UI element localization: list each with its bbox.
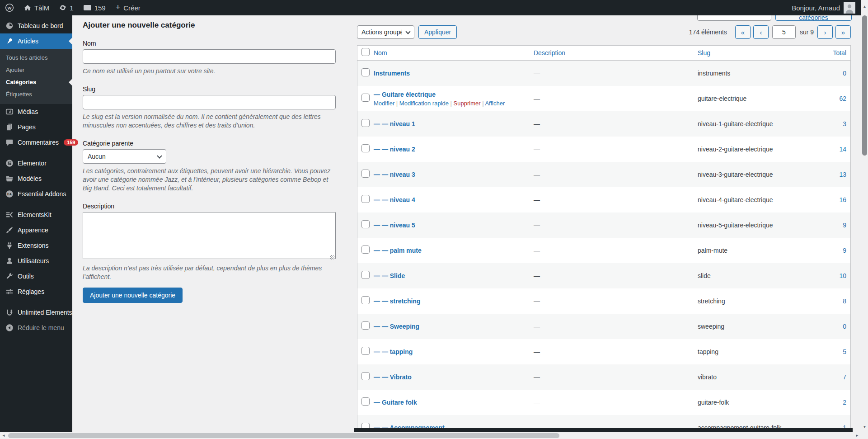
sidebar-item-apparence[interactable]: Apparence <box>0 222 72 238</box>
site-menu[interactable]: TàlM <box>19 0 54 15</box>
category-total-link[interactable]: 16 <box>811 196 850 203</box>
sidebar-item-pages[interactable]: Pages <box>0 119 72 135</box>
sidebar-item-mod-les[interactable]: Modèles <box>0 171 72 186</box>
sidebar-item-extensions[interactable]: Extensions <box>0 238 72 253</box>
row-checkbox[interactable] <box>361 296 370 304</box>
submenu-item-ajouter[interactable]: Ajouter <box>0 64 72 76</box>
row-checkbox[interactable] <box>361 321 370 330</box>
category-name-link[interactable]: — — Slide <box>374 272 534 279</box>
column-header-description[interactable]: Description <box>534 49 698 57</box>
vertical-scrollbar[interactable]: ▲ ▼ <box>861 0 868 439</box>
updates-menu[interactable]: 1 <box>54 0 78 15</box>
submenu-item--tiquettes[interactable]: Étiquettes <box>0 88 72 100</box>
parent-category-select[interactable]: Aucun <box>83 149 166 164</box>
category-total-link[interactable]: 13 <box>811 171 850 178</box>
submenu-item-cat-gories[interactable]: Catégories <box>0 76 72 88</box>
column-header-slug[interactable]: Slug <box>698 49 811 57</box>
new-content-menu[interactable]: + Créer <box>111 0 145 15</box>
sidebar-item-m-dias[interactable]: Médias <box>0 104 72 119</box>
name-input[interactable] <box>83 49 336 64</box>
scroll-right-icon[interactable]: ► <box>855 434 859 438</box>
sidebar-item-outils[interactable]: Outils <box>0 269 72 284</box>
scroll-down-icon[interactable]: ▼ <box>861 425 868 429</box>
current-page-input[interactable] <box>772 25 796 39</box>
category-total-link[interactable]: 14 <box>811 146 850 153</box>
category-name-link[interactable]: — — Sweeping <box>374 323 534 330</box>
category-name-link[interactable]: — — niveau 2 <box>374 146 534 153</box>
category-total-link[interactable]: 8 <box>811 297 850 305</box>
sidebar-item-elementskit[interactable]: ElementsKit <box>0 207 72 222</box>
row-checkbox[interactable] <box>361 144 370 152</box>
slug-input[interactable] <box>83 95 336 109</box>
row-action-afficher[interactable]: Afficher <box>485 100 505 107</box>
row-checkbox[interactable] <box>361 347 370 355</box>
row-checkbox[interactable] <box>361 245 370 254</box>
category-total-link[interactable]: 9 <box>811 222 850 229</box>
category-total-link[interactable]: 62 <box>811 95 850 102</box>
scroll-up-icon[interactable]: ▲ <box>861 5 868 9</box>
category-name-link[interactable]: — — niveau 5 <box>374 222 534 229</box>
row-checkbox[interactable] <box>361 119 370 127</box>
sidebar-item-elementor[interactable]: Elementor <box>0 156 72 171</box>
last-page-button[interactable]: » <box>835 25 851 39</box>
row-checkbox[interactable] <box>361 170 370 178</box>
row-checkbox[interactable] <box>361 372 370 380</box>
category-name-link[interactable]: — — Vibrato <box>374 373 534 381</box>
column-header-name[interactable]: Nom <box>374 49 534 57</box>
column-header-total[interactable]: Total <box>811 49 850 57</box>
row-checkbox[interactable] <box>361 68 370 76</box>
bulk-actions-select[interactable]: Actions groupées <box>357 25 414 39</box>
category-total-link[interactable]: 9 <box>811 247 850 254</box>
sidebar-item-articles[interactable]: Articles <box>0 33 72 49</box>
first-page-button[interactable]: « <box>735 25 751 39</box>
sidebar-item-r-glages[interactable]: Réglages <box>0 284 72 299</box>
category-name-link[interactable]: Instruments <box>374 70 534 77</box>
add-category-submit-button[interactable]: Ajouter une nouvelle catégorie <box>83 288 183 303</box>
category-name-link[interactable]: — — tapping <box>374 348 534 355</box>
sidebar-item-label: Pages <box>18 123 36 131</box>
category-name-link[interactable]: — Guitare électrique <box>374 91 534 98</box>
table-row: — — niveau 4—niveau-4-guitare-electrique… <box>357 187 850 212</box>
apply-button[interactable]: Appliquer <box>418 25 457 39</box>
select-all-checkbox[interactable] <box>361 48 370 56</box>
comments-menu[interactable]: 159 <box>79 0 111 15</box>
sidebar-item-essential-addons[interactable]: EAEssential Addons <box>0 186 72 202</box>
vertical-scrollbar-thumb[interactable] <box>862 15 867 156</box>
category-total-link[interactable]: 10 <box>811 272 850 279</box>
category-name-link[interactable]: — Guitare folk <box>374 399 534 406</box>
row-action-supprimer[interactable]: Supprimer <box>454 100 481 107</box>
next-page-button[interactable]: › <box>817 25 833 39</box>
submenu-item-tous-les-articles[interactable]: Tous les articles <box>0 52 72 64</box>
row-checkbox[interactable] <box>361 195 370 203</box>
category-total-link[interactable]: 5 <box>811 348 850 355</box>
category-name-link[interactable]: — — stretching <box>374 297 534 305</box>
category-name-link[interactable]: — — niveau 4 <box>374 196 534 203</box>
sidebar-item-tableau-de-bord[interactable]: Tableau de bord <box>0 18 72 33</box>
row-checkbox[interactable] <box>361 271 370 279</box>
category-total-link[interactable]: 0 <box>811 323 850 330</box>
sidebar-item-r-duire-le-menu[interactable]: Réduire le menu <box>0 320 72 335</box>
sidebar-item-commentaires[interactable]: Commentaires159 <box>0 135 72 150</box>
row-checkbox[interactable] <box>361 220 370 228</box>
sidebar-item-unlimited-elements[interactable]: Unlimited Elements <box>0 305 72 320</box>
row-checkbox[interactable] <box>361 397 370 406</box>
horizontal-scrollbar[interactable]: ◄ ► <box>0 432 861 439</box>
row-action-modification-rapide[interactable]: Modification rapide <box>399 100 449 107</box>
account-menu[interactable]: Bonjour, Arnaud <box>792 2 861 14</box>
scroll-left-icon[interactable]: ◄ <box>2 434 5 438</box>
horizontal-scrollbar-thumb[interactable] <box>8 433 559 438</box>
row-checkbox[interactable] <box>361 94 370 102</box>
category-total-link[interactable]: 0 <box>811 70 850 77</box>
category-name-link[interactable]: — — palm mute <box>374 247 534 254</box>
category-name-link[interactable]: — — niveau 1 <box>374 120 534 127</box>
row-action-modifier[interactable]: Modifier <box>374 100 394 107</box>
category-total-link[interactable]: 2 <box>811 399 850 406</box>
sidebar-item-utilisateurs[interactable]: Utilisateurs <box>0 253 72 269</box>
sidebar-item-label: Réglages <box>18 288 44 295</box>
prev-page-button[interactable]: ‹ <box>753 25 769 39</box>
wordpress-logo-menu[interactable]: W <box>0 0 19 15</box>
category-total-link[interactable]: 3 <box>811 120 850 127</box>
description-textarea[interactable] <box>83 212 336 259</box>
category-name-link[interactable]: — — niveau 3 <box>374 171 534 178</box>
category-total-link[interactable]: 7 <box>811 373 850 381</box>
